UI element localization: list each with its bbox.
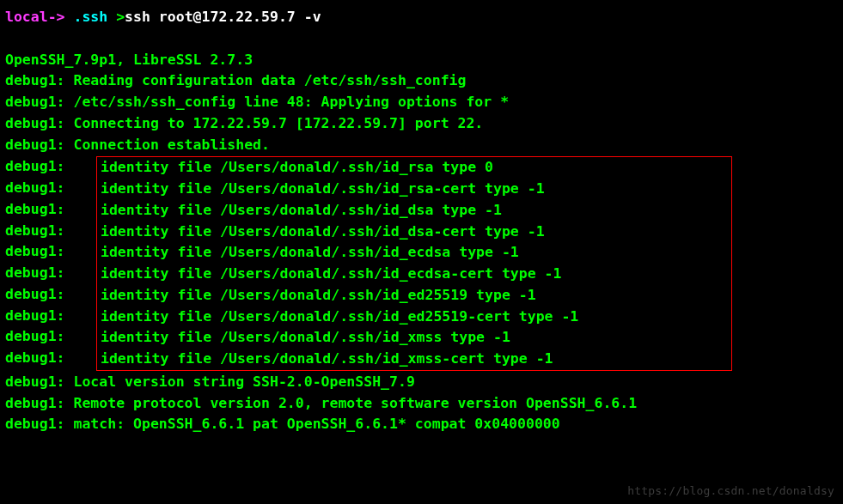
debug-label-col: debug1:: [5, 241, 65, 263]
debug-label-col: debug1:: [5, 221, 65, 242]
debug-msg: Remote protocol version 2.0, remote soft…: [73, 395, 637, 411]
debug-label-col: debug1:: [5, 306, 65, 327]
debug-label-col: debug1:: [5, 326, 65, 348]
debug-label-col: debug1:: [5, 178, 65, 199]
prompt-symbol: >: [116, 9, 125, 25]
identity-file-line: identity file /Users/donald/.ssh/id_xmss…: [101, 327, 731, 349]
debug-line: debug1: Connection established.: [5, 135, 838, 156]
debug-msg: /etc/ssh/ssh_config line 48: Applying op…: [73, 94, 509, 110]
identity-file-line: identity file /Users/donald/.ssh/id_xmss…: [101, 349, 731, 370]
blank-line: [5, 28, 838, 50]
debug-line: debug1: Connecting to 172.22.59.7 [172.2…: [5, 113, 838, 135]
debug-line: debug1: Local version string SSH-2.0-Ope…: [5, 372, 838, 393]
identity-file-line: identity file /Users/donald/.ssh/id_ecds…: [101, 264, 731, 285]
debug-line: debug1: Remote protocol version 2.0, rem…: [5, 393, 838, 415]
debug-line: debug1: /etc/ssh/ssh_config line 48: App…: [5, 92, 838, 113]
debug-label-col: debug1:: [5, 284, 65, 306]
identity-file-line: identity file /Users/donald/.ssh/id_rsa …: [101, 157, 731, 179]
shell-prompt-line[interactable]: local-> .ssh >ssh root@172.22.59.7 -v: [5, 7, 838, 28]
debug-msg: match: OpenSSH_6.6.1 pat OpenSSH_6.6.1* …: [73, 416, 559, 432]
identity-file-line: identity file /Users/donald/.ssh/id_ed25…: [101, 307, 731, 328]
debug-label-col: debug1:: [5, 199, 65, 221]
identity-file-line: identity file /Users/donald/.ssh/id_ed25…: [101, 285, 731, 307]
debug-msg: Connecting to 172.22.59.7 [172.22.59.7] …: [73, 115, 483, 131]
identity-files-box: identity file /Users/donald/.ssh/id_rsa …: [96, 156, 732, 371]
debug-label: debug1:: [5, 72, 65, 88]
debug-label: debug1:: [5, 395, 65, 411]
debug-label-col: debug1:: [5, 156, 65, 178]
debug-label: debug1:: [5, 115, 65, 131]
debug-label-col: debug1:: [5, 348, 65, 369]
debug-label: debug1:: [5, 94, 65, 110]
debug-line: debug1: Reading configuration data /etc/…: [5, 70, 838, 92]
identity-file-line: identity file /Users/donald/.ssh/id_rsa-…: [101, 179, 731, 200]
debug-msg: Local version string SSH-2.0-OpenSSH_7.9: [73, 373, 414, 390]
watermark: https://blog.csdn.net/donaldsy: [627, 483, 834, 500]
debug-label: debug1:: [5, 416, 65, 432]
debug-msg: Reading configuration data /etc/ssh/ssh_…: [73, 72, 466, 88]
prompt-host: local->: [5, 9, 65, 25]
debug-msg: Connection established.: [73, 137, 269, 153]
debug-label-col: debug1:: [5, 263, 65, 284]
identity-file-line: identity file /Users/donald/.ssh/id_dsa-…: [101, 222, 731, 243]
prompt-command: ssh root@172.22.59.7 -v: [125, 9, 321, 25]
debug-label: debug1:: [5, 137, 65, 153]
ssh-banner: OpenSSH_7.9p1, LibreSSL 2.7.3: [5, 50, 838, 71]
prompt-cwd: .ssh: [73, 9, 107, 25]
debug-label: debug1:: [5, 373, 65, 390]
debug-line: debug1: match: OpenSSH_6.6.1 pat OpenSSH…: [5, 414, 838, 435]
identity-file-line: identity file /Users/donald/.ssh/id_ecds…: [101, 242, 731, 264]
identity-file-line: identity file /Users/donald/.ssh/id_dsa …: [101, 200, 731, 222]
